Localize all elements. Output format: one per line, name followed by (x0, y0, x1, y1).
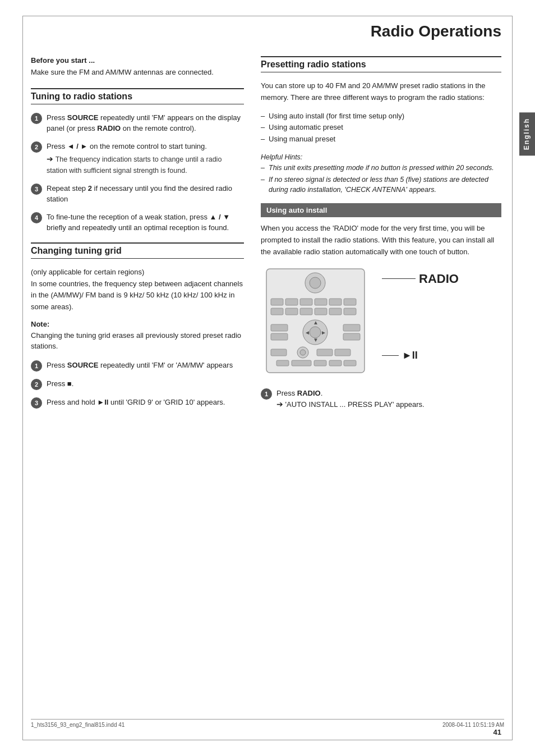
changing-section-title: Changing tuning grid (31, 246, 122, 255)
content-wrapper: Before you start ... Make sure the FM an… (31, 56, 501, 725)
step-num-3: 3 (31, 184, 42, 195)
footer-rule (31, 719, 504, 720)
page-border-top (22, 16, 513, 16)
page-border-right (512, 16, 513, 740)
helpful-hints: Helpful Hints: This unit exits presettin… (261, 153, 501, 195)
step-2-text: Press ◄ / ► on the remote control to sta… (47, 141, 244, 176)
svg-rect-14 (344, 308, 356, 315)
before-start-text: Make sure the FM and AM/MW antennas are … (31, 67, 244, 78)
tuning-step-1: 1 Press SOURCE repeatedly until 'FM' app… (31, 112, 244, 134)
step-2-arrow: ➔ The frequency indication starts to cha… (47, 153, 244, 176)
svg-rect-29 (335, 349, 350, 356)
step-num-2: 2 (31, 141, 42, 153)
svg-rect-13 (329, 308, 342, 315)
svg-rect-32 (314, 360, 326, 366)
before-start-section: Before you start ... Make sure the FM an… (31, 56, 244, 78)
step-num-1: 1 (31, 113, 42, 124)
changing-step-3-text: Press and hold ►II until 'GRID 9' or 'GR… (47, 397, 225, 408)
svg-point-27 (300, 350, 306, 355)
changing-steps-list: 1 Press SOURCE repeatedly until 'FM' or … (31, 360, 244, 409)
device-svg: ▲ ▼ ◄ ► (261, 266, 373, 378)
svg-rect-4 (285, 299, 298, 305)
svg-rect-28 (317, 349, 333, 356)
helpful-hint-2: If no stereo signal is detected or less … (261, 175, 501, 196)
svg-rect-21 (271, 324, 288, 331)
auto-install-step-1: 1 Press RADIO. ➔ 'AUTO INSTALL ... PRESS… (261, 388, 501, 411)
changing-section-heading: Changing tuning grid (31, 242, 244, 259)
auto-install-steps: 1 Press RADIO. ➔ 'AUTO INSTALL ... PRESS… (261, 388, 501, 411)
tuning-section-title: Tuning to radio stations (31, 91, 132, 101)
auto-step-num-1: 1 (261, 388, 272, 400)
play-label-row: ►II (382, 350, 459, 361)
step-1-text: Press SOURCE repeatedly until 'FM' appea… (47, 112, 244, 134)
svg-text:◄: ◄ (305, 329, 310, 336)
changing-step-2: 2 Press ■. (31, 378, 244, 390)
page-border-left (22, 16, 23, 740)
changing-step-num-3: 3 (31, 397, 42, 409)
helpful-hint-1: This unit exits presetting mode if no bu… (261, 163, 501, 173)
tuning-step-2: 2 Press ◄ / ► on the remote control to s… (31, 141, 244, 176)
page-title: Radio Operations (371, 22, 501, 40)
presetting-section-title: Presetting radio stations (261, 59, 366, 69)
radio-device-label: RADIO (419, 272, 459, 286)
presetting-section-heading: Presetting radio stations (261, 56, 501, 72)
footer-left: 1_hts3156_93_eng2_final815.indd 41 (31, 722, 124, 728)
two-col-layout: Before you start ... Make sure the FM an… (31, 56, 501, 417)
presetting-intro: You can store up to 40 FM and 20 AM/MW p… (261, 80, 501, 104)
tuning-steps-list: 1 Press SOURCE repeatedly until 'FM' app… (31, 112, 244, 233)
svg-rect-24 (343, 333, 360, 340)
svg-rect-11 (300, 308, 312, 315)
page-title-area: Radio Operations (371, 22, 501, 40)
radio-label-container: RADIO (382, 272, 459, 286)
step-3-text: Repeat step 2 if necessary until you fin… (47, 183, 244, 205)
svg-rect-6 (315, 299, 327, 305)
page-number: 41 (494, 728, 501, 736)
svg-rect-25 (271, 349, 287, 356)
svg-text:▲: ▲ (313, 319, 319, 326)
auto-install-heading: Using auto install (261, 203, 501, 217)
note-text: Changing the tuning grid erases all prev… (31, 330, 244, 352)
changing-step-num-2: 2 (31, 379, 42, 390)
svg-rect-33 (329, 360, 342, 366)
footer-line: 1_hts3156_93_eng2_final815.indd 41 2008-… (31, 722, 504, 728)
label-line-radio (382, 278, 416, 279)
left-column: Before you start ... Make sure the FM an… (31, 56, 244, 417)
radio-label-row: RADIO (382, 272, 459, 286)
svg-rect-7 (329, 299, 342, 305)
note-title: Note: (31, 320, 244, 328)
changing-step-1: 1 Press SOURCE repeatedly until 'FM' or … (31, 360, 244, 372)
svg-rect-34 (344, 360, 356, 366)
step-num-4: 4 (31, 212, 42, 223)
svg-point-16 (310, 327, 321, 338)
before-start-title: Before you start ... (31, 56, 244, 65)
svg-rect-23 (343, 324, 360, 331)
tuning-section-heading: Tuning to radio stations (31, 88, 244, 104)
presetting-list-item-2: Using automatic preset (261, 122, 501, 134)
svg-rect-5 (300, 299, 312, 305)
svg-rect-22 (271, 333, 288, 340)
svg-rect-30 (276, 360, 289, 366)
english-tab: English (519, 112, 535, 155)
helpful-hints-title: Helpful Hints: (261, 153, 501, 161)
footer-right: 2008-04-11 10:51:19 AM (442, 722, 504, 728)
presetting-list-item-1: Using auto install (for first time setup… (261, 111, 501, 122)
svg-text:►: ► (321, 329, 326, 336)
presetting-list-item-3: Using manual preset (261, 134, 501, 145)
svg-rect-12 (315, 308, 327, 315)
auto-step-1-text: Press RADIO. ➔ 'AUTO INSTALL ... PRESS P… (276, 388, 425, 411)
changing-step-3: 3 Press and hold ►II until 'GRID 9' or '… (31, 397, 244, 409)
tuning-step-3: 3 Repeat step 2 if necessary until you f… (31, 183, 244, 205)
changing-step-num-1: 1 (31, 360, 42, 372)
changing-step-1-text: Press SOURCE repeatedly until 'FM' or 'A… (47, 360, 233, 371)
note-block: Note: Changing the tuning grid erases al… (31, 320, 244, 352)
presetting-list: Using auto install (for first time setup… (261, 111, 501, 145)
play-symbol-container: ►II (382, 350, 459, 361)
device-svg-container: ▲ ▼ ◄ ► (261, 266, 373, 380)
svg-point-2 (310, 277, 321, 288)
auto-step-1-arrow: ➔ 'AUTO INSTALL ... PRESS PLAY' appears. (276, 400, 425, 409)
play-pause-device-label: ►II (402, 350, 418, 361)
label-line-play (382, 355, 399, 356)
auto-install-text: When you access the 'RADIO' mode for the… (261, 223, 501, 258)
right-column: Presetting radio stations You can store … (261, 56, 501, 417)
changing-step-2-text: Press ■. (47, 378, 73, 390)
